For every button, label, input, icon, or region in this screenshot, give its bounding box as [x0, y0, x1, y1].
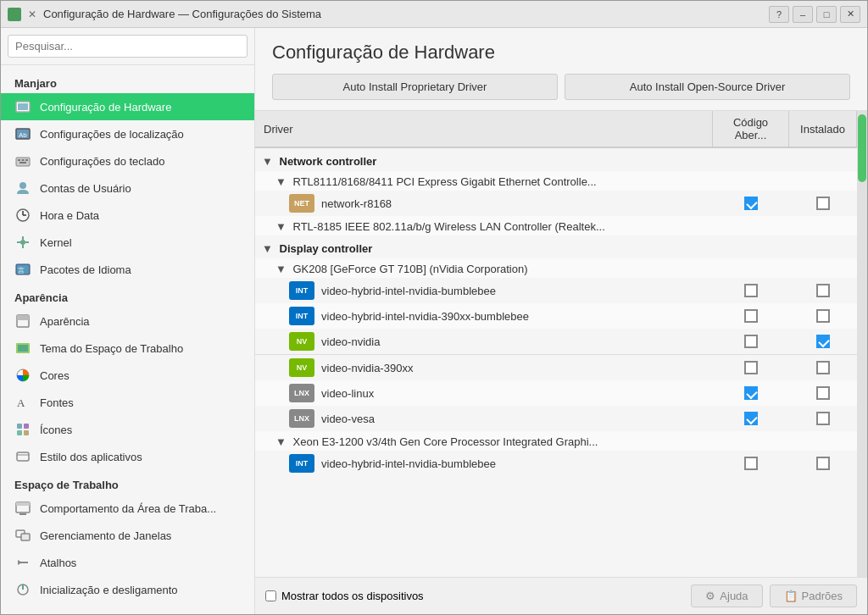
maximize-button[interactable]: □: [816, 6, 837, 23]
sidebar-item-icons[interactable]: Ícones: [1, 416, 254, 443]
open-source-checkbox[interactable]: [744, 197, 758, 210]
sidebar-item-label: Inicialização e desligamento: [40, 584, 178, 596]
subgroup-label: RTL-8185 IEEE 802.11a/b/g Wireless LAN C…: [293, 220, 605, 233]
sidebar-item-app-style[interactable]: Estilo dos aplicativos: [1, 443, 254, 470]
installed-cell[interactable]: [789, 406, 857, 431]
open-source-checkbox[interactable]: [744, 309, 758, 323]
expand-arrow[interactable]: ▼: [275, 263, 287, 275]
scrollbar-thumb[interactable]: [858, 114, 866, 182]
sidebar-item-fonts[interactable]: A Fontes: [1, 389, 254, 416]
open-source-checkbox[interactable]: [744, 386, 758, 400]
open-source-checkbox[interactable]: [744, 335, 758, 348]
open-source-cell[interactable]: [713, 380, 789, 406]
open-source-checkbox[interactable]: [744, 457, 758, 470]
header-installed: Instalado: [789, 111, 857, 147]
driver-name: video-hybrid-intel-nvidia-bumblebee: [321, 285, 496, 297]
expand-arrow[interactable]: ▼: [275, 435, 287, 448]
table-row[interactable]: INT video-hybrid-intel-nvidia-390xx-bumb…: [255, 303, 857, 329]
installed-cell[interactable]: [789, 329, 857, 354]
sidebar-item-desktop-theme[interactable]: Tema do Espaço de Trabalho: [1, 335, 254, 362]
window-close-x[interactable]: ✕: [28, 8, 36, 20]
language-icon: 言: [14, 261, 31, 278]
installed-checkbox[interactable]: [816, 284, 830, 297]
expand-arrow[interactable]: ▼: [275, 220, 287, 233]
titlebar-controls: ? – □ ✕: [769, 6, 860, 23]
table-row[interactable]: NV video-nvidia-390xx: [255, 355, 857, 380]
driver-name: video-vesa: [321, 413, 375, 425]
svg-rect-27: [24, 424, 29, 429]
installed-cell[interactable]: [789, 355, 857, 380]
installed-cell[interactable]: [789, 451, 857, 476]
open-source-cell[interactable]: [713, 191, 789, 216]
group-label: Display controller: [280, 242, 373, 255]
installed-cell[interactable]: [789, 278, 857, 303]
open-source-checkbox[interactable]: [744, 284, 758, 297]
installed-checkbox[interactable]: [816, 457, 830, 470]
driver-name: video-hybrid-intel-nvidia-390xx-bumblebe…: [321, 310, 529, 323]
sidebar-item-keyboard-config[interactable]: Configurações do teclado: [1, 147, 254, 175]
open-source-cell[interactable]: [713, 355, 789, 380]
help-icon: ⚙: [705, 590, 715, 602]
help-button[interactable]: ⚙ Ajuda: [691, 585, 762, 607]
installed-checkbox[interactable]: [816, 361, 830, 374]
sidebar-item-locale-config[interactable]: Ab Configurações de localização: [1, 120, 254, 147]
search-input[interactable]: [8, 35, 248, 58]
panel-header: Configuração de Hardware Auto Install Pr…: [255, 28, 867, 111]
close-button[interactable]: ✕: [840, 6, 860, 23]
expand-arrow[interactable]: ▼: [262, 155, 273, 168]
section-label-aparencia: Aparência: [1, 283, 254, 308]
sidebar-item-desktop-behavior[interactable]: Comportamento da Área de Traba...: [1, 495, 254, 522]
installed-checkbox[interactable]: [816, 335, 830, 348]
installed-cell[interactable]: [789, 191, 857, 216]
sidebar-item-label: Contas de Usuário: [40, 182, 131, 195]
show-all-devices-label[interactable]: Mostrar todos os dispositivos: [265, 590, 424, 602]
installed-checkbox[interactable]: [816, 386, 830, 400]
help-label: Ajuda: [720, 590, 748, 602]
sidebar-item-hardware-config[interactable]: Configuração de Hardware: [1, 93, 254, 120]
table-row[interactable]: INT video-hybrid-intel-nvidia-bumblebee: [255, 278, 857, 303]
table-row[interactable]: INT video-hybrid-intel-nvidia-bumblebee: [255, 451, 857, 476]
sidebar-item-label: Pacotes de Idioma: [40, 263, 131, 276]
hardware-config-icon: [14, 98, 31, 115]
auto-install-proprietary-btn[interactable]: Auto Install Proprietary Driver: [272, 74, 558, 100]
minimize-button[interactable]: –: [793, 6, 813, 23]
installed-checkbox[interactable]: [816, 309, 830, 323]
open-source-cell[interactable]: [713, 406, 789, 431]
sidebar-item-user-accounts[interactable]: Contas de Usuário: [1, 175, 254, 202]
installed-checkbox[interactable]: [816, 412, 830, 425]
sidebar-item-language-packs[interactable]: 言 Pacotes de Idioma: [1, 256, 254, 283]
sidebar-item-shortcuts[interactable]: Atalhos: [1, 549, 254, 576]
installed-cell[interactable]: [789, 380, 857, 406]
app-style-icon: [14, 448, 31, 465]
open-source-checkbox[interactable]: [744, 412, 758, 425]
defaults-button[interactable]: 📋 Padrões: [770, 585, 857, 607]
driver-icon-nvidia: NV: [289, 358, 314, 377]
open-source-cell[interactable]: [713, 329, 789, 354]
open-source-cell[interactable]: [713, 278, 789, 303]
open-source-cell[interactable]: [713, 303, 789, 329]
sidebar-item-time-date[interactable]: Hora e Data: [1, 202, 254, 229]
sidebar-item-window-manager[interactable]: Gerenciamento de Janelas: [1, 522, 254, 549]
sidebar-item-appearance[interactable]: Aparência: [1, 308, 254, 335]
bottom-buttons: ⚙ Ajuda 📋 Padrões: [691, 585, 857, 607]
table-row: ▼ RTL-8185 IEEE 802.11a/b/g Wireless LAN…: [255, 216, 857, 235]
open-source-checkbox[interactable]: [744, 361, 758, 374]
expand-arrow[interactable]: ▼: [275, 175, 287, 188]
installed-checkbox[interactable]: [816, 197, 830, 210]
sidebar-item-startup-shutdown[interactable]: Inicialização e desligamento: [1, 576, 254, 603]
auto-install-opensource-btn[interactable]: Auto Install Open-Source Driver: [565, 74, 850, 100]
table-row[interactable]: LNX video-linux: [255, 380, 857, 406]
show-all-checkbox[interactable]: [265, 590, 276, 601]
driver-name-cell: LNX video-linux: [289, 384, 706, 402]
table-row[interactable]: NET network-r8168: [255, 191, 857, 216]
open-source-cell[interactable]: [713, 451, 789, 476]
installed-cell[interactable]: [789, 303, 857, 329]
expand-arrow[interactable]: ▼: [262, 242, 273, 255]
sidebar-item-colors[interactable]: Cores: [1, 362, 254, 389]
help-button[interactable]: ?: [769, 6, 789, 23]
table-row[interactable]: LNX video-vesa: [255, 406, 857, 431]
scrollbar[interactable]: [857, 111, 867, 577]
sidebar-item-kernel[interactable]: Kernel: [1, 229, 254, 256]
table-row[interactable]: NV video-nvidia: [255, 329, 857, 354]
table-row: ▼ Network controller: [255, 147, 857, 171]
